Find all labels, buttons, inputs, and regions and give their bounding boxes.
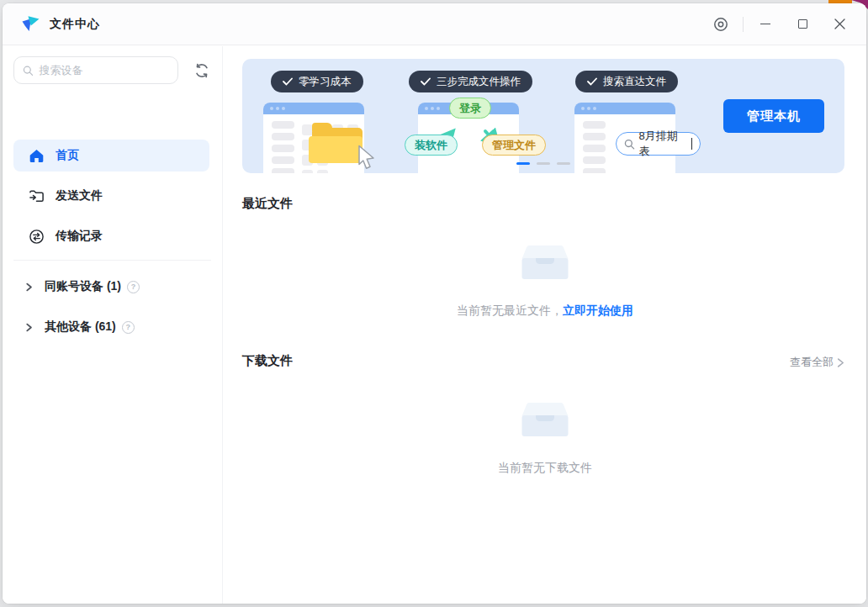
settings-icon — [712, 16, 729, 33]
maximize-icon — [798, 19, 807, 29]
carousel-dot-active[interactable] — [516, 162, 530, 165]
mock-titlebar — [263, 103, 364, 114]
device-search-box[interactable] — [13, 56, 178, 84]
mock-search-box: 8月排期表 — [616, 132, 701, 156]
check-icon — [421, 77, 431, 86]
search-icon — [624, 139, 635, 150]
mock-titlebar — [574, 103, 675, 114]
main-content: 零学习成本 三步完成文件操作 搜索直达文件 — [224, 46, 866, 604]
sidebar-divider — [13, 260, 211, 261]
sidebar-item-label: 传输记录 — [56, 229, 103, 244]
empty-text: 当前暂无最近文件， — [457, 304, 563, 317]
close-icon — [834, 18, 845, 29]
feature-badge: 零学习成本 — [271, 71, 363, 92]
empty-message: 当前暂无最近文件，立即开始使用 — [224, 304, 866, 319]
app-title: 文件中心 — [50, 17, 100, 32]
folder-icon — [312, 124, 364, 163]
mock-search-text: 8月排期表 — [639, 129, 687, 159]
maximize-button[interactable] — [784, 3, 821, 45]
chevron-right-icon — [24, 282, 34, 292]
sidebar: 首页 发送文件 传输记录 — [3, 46, 223, 604]
download-files-empty-state: 当前暂无下载文件 — [224, 402, 866, 476]
recent-files-empty-state: 当前暂无最近文件，立即开始使用 — [224, 245, 866, 319]
empty-tray-icon — [521, 402, 569, 437]
empty-tray-icon — [521, 245, 569, 280]
banner-carousel-dots — [516, 162, 570, 165]
feature-badge: 搜索直达文件 — [575, 71, 678, 92]
refresh-icon — [193, 62, 210, 79]
titlebar-divider — [743, 17, 744, 32]
recent-files-title: 最近文件 — [242, 196, 293, 212]
sidebar-item-home[interactable]: 首页 — [13, 140, 209, 172]
chevron-right-icon — [837, 358, 844, 367]
close-button[interactable] — [821, 3, 858, 45]
check-icon — [587, 77, 597, 86]
sidebar-item-send-files[interactable]: 发送文件 — [13, 180, 209, 212]
sidebar-item-transfer-history[interactable]: 传输记录 — [13, 220, 209, 252]
help-icon[interactable]: ? — [122, 321, 135, 334]
minimize-icon — [760, 24, 770, 24]
app-logo-icon — [19, 13, 41, 35]
app-window: 文件中心 — [3, 3, 866, 604]
illustration-window-steps: 登录 装软件 管理文件 — [418, 103, 519, 173]
view-all-label: 查看全部 — [790, 355, 834, 370]
search-row — [13, 56, 212, 84]
cursor-icon — [357, 145, 376, 170]
sidebar-group-other-devices[interactable]: 其他设备 (61) ? — [13, 313, 209, 341]
manage-local-device-button[interactable]: 管理本机 — [723, 99, 824, 133]
illustration-window-files — [263, 103, 364, 173]
feature-banner: 零学习成本 三步完成文件操作 搜索直达文件 — [242, 59, 844, 173]
view-all-link[interactable]: 查看全部 — [790, 355, 844, 370]
sidebar-item-label: 首页 — [56, 148, 79, 163]
badge-label: 零学习成本 — [299, 75, 352, 89]
text-caret — [691, 138, 692, 150]
send-folder-icon — [28, 187, 45, 204]
feature-badge: 三步完成文件操作 — [409, 71, 532, 92]
titlebar-controls — [702, 3, 866, 45]
login-step-pill: 登录 — [449, 98, 491, 119]
badge-label: 三步完成文件操作 — [437, 75, 521, 89]
sidebar-group-same-account-devices[interactable]: 同账号设备 (1) ? — [13, 272, 209, 301]
carousel-dot[interactable] — [557, 162, 570, 165]
badge-label: 搜索直达文件 — [603, 75, 666, 89]
empty-message: 当前暂无下载文件 — [224, 461, 866, 476]
group-label: 其他设备 (61) — [45, 319, 116, 335]
manage-step-pill: 管理文件 — [482, 135, 546, 156]
download-files-title: 下载文件 — [242, 353, 293, 369]
home-icon — [28, 147, 45, 164]
settings-button[interactable] — [702, 3, 739, 45]
group-label: 同账号设备 (1) — [45, 279, 121, 294]
carousel-dot[interactable] — [537, 162, 550, 165]
sidebar-item-label: 发送文件 — [56, 188, 103, 203]
search-input[interactable] — [39, 64, 169, 77]
transfer-icon — [28, 228, 45, 245]
illustration-window-search: 8月排期表 — [574, 103, 675, 173]
check-icon — [283, 77, 293, 86]
search-icon — [23, 65, 33, 77]
install-step-pill: 装软件 — [405, 135, 458, 156]
start-using-link[interactable]: 立即开始使用 — [563, 304, 633, 317]
help-icon[interactable]: ? — [127, 281, 140, 293]
minimize-button[interactable] — [747, 3, 784, 45]
titlebar: 文件中心 — [3, 3, 866, 45]
chevron-right-icon — [24, 322, 34, 332]
refresh-devices-button[interactable] — [192, 61, 212, 81]
